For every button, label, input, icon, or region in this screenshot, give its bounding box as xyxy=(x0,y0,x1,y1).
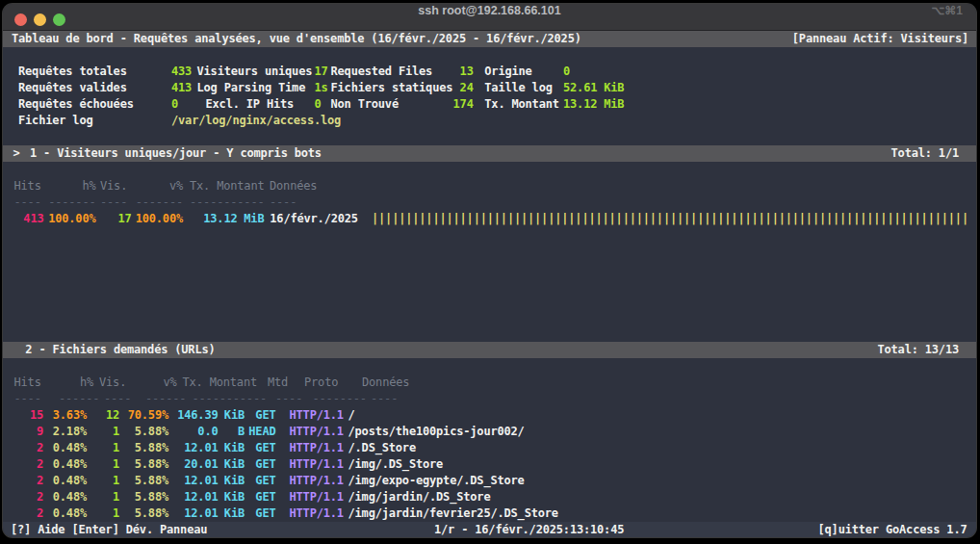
cell-tx-unit: MiB xyxy=(244,211,264,227)
cell-hits: 2 xyxy=(37,505,43,522)
col-header: Hits xyxy=(14,178,41,194)
cell-method: GET xyxy=(255,473,275,489)
stats-row-2: Requêtes valides413Log Parsing Time1sFic… xyxy=(3,80,976,96)
cell-protocol: HTTP/1.1 xyxy=(290,473,344,489)
stats-row-1: Requêtes totales433Visiteurs uniques17Re… xyxy=(3,64,976,80)
col-rule: ---- xyxy=(104,391,131,407)
stat-label: Requêtes échouées xyxy=(18,96,134,113)
cell-protocol: HTTP/1.1 xyxy=(290,456,344,473)
window-titlebar: ssh root@192.168.66.101 ⌥⌘1 xyxy=(3,4,976,31)
cell-tx-amount: 20.01 xyxy=(184,456,218,473)
stat-value: 0 xyxy=(171,96,178,113)
col-rule: ---- xyxy=(371,391,398,407)
col-rule: ------- xyxy=(136,194,183,211)
cell-protocol: HTTP/1.1 xyxy=(290,407,344,424)
cell-url: /img/jardin/.DS_Store xyxy=(348,489,491,505)
stat-value: 24 xyxy=(460,80,474,96)
stat-label: Fichier log xyxy=(18,113,93,129)
stat-value: 174 xyxy=(453,96,474,113)
cell-hits-pct: 2.18% xyxy=(53,424,87,440)
stat-label: Visiteurs uniques xyxy=(197,64,313,80)
cell-date: 16/févr./2025 xyxy=(270,211,358,227)
stat-label: Log Parsing Time xyxy=(197,80,306,96)
cell-tx-amount: 13.12 xyxy=(203,211,237,227)
stats-row-3: Requêtes échouées0Excl. IP Hits0Non Trou… xyxy=(3,96,976,113)
active-panel-label: [Panneau Actif: Visiteurs] xyxy=(792,31,968,47)
cell-url: /img/expo-egypte/.DS_Store xyxy=(348,473,525,489)
cell-tx-unit: KiB xyxy=(224,505,245,522)
panel1-col-rules: ------------------------------------- xyxy=(3,194,976,211)
col-rule: ---- xyxy=(14,194,41,211)
col-header: v% xyxy=(164,375,177,391)
terminal-window: ssh root@192.168.66.101 ⌥⌘1 Tableau de b… xyxy=(3,4,976,537)
window-title: ssh root@192.168.66.101 xyxy=(3,4,976,30)
col-rule: ---- xyxy=(270,194,297,211)
help-hint: [?] Aide [Enter] Dév. Panneau xyxy=(11,522,207,537)
stat-label: Excl. IP Hits xyxy=(206,96,295,113)
cell-hits: 413 xyxy=(23,211,43,227)
stat-value: 52.61 KiB xyxy=(563,80,624,96)
terminal-content: Tableau de bord - Requêtes analysées, vu… xyxy=(3,30,976,537)
col-rule: ------- xyxy=(48,194,95,211)
col-rule: ---- xyxy=(100,194,127,211)
overview-header: Tableau de bord - Requêtes analysées, vu… xyxy=(3,31,976,47)
stat-value: 17 xyxy=(315,64,328,80)
col-header: Données xyxy=(362,375,409,391)
cell-tx-unit: KiB xyxy=(224,489,245,505)
col-header: Vis. xyxy=(100,178,127,194)
cell-hits-pct: 0.48% xyxy=(53,489,87,505)
cell-visitors-pct: 100.00% xyxy=(136,211,183,227)
quit-hint: [q]uitter GoAccess 1.7 xyxy=(818,522,967,537)
cell-visitors-pct: 5.88% xyxy=(135,473,168,489)
cell-protocol: HTTP/1.1 xyxy=(290,424,344,440)
cell-method: GET xyxy=(255,456,275,473)
panel2-header: 2 - Fichiers demandés (URLs)Total: 13/13 xyxy=(3,342,976,358)
cell-tx-unit: KiB xyxy=(224,440,245,456)
table-row: 20.48%15.88%12.01KiBGETHTTP/1.1/img/jard… xyxy=(3,489,976,505)
cell-tx-unit: KiB xyxy=(224,456,245,473)
cell-hits-pct: 0.48% xyxy=(53,505,87,522)
cell-visitors-pct: 5.88% xyxy=(135,456,168,473)
cell-visitors: 1 xyxy=(113,489,119,505)
cell-url: /img/jardin/fevrier25/.DS_Store xyxy=(348,505,558,522)
bar-chart: ||||||||||||||||||||||||||||||||||||||||… xyxy=(372,211,968,227)
cell-tx-amount: 12.01 xyxy=(184,489,218,505)
col-header: h% xyxy=(80,375,93,391)
stat-value: 0 xyxy=(563,64,570,80)
stat-label: Requêtes valides xyxy=(18,80,127,96)
cell-visitors: 1 xyxy=(113,456,119,473)
cell-protocol: HTTP/1.1 xyxy=(290,505,344,522)
stat-value: 413 xyxy=(171,80,192,96)
cell-visitors-pct: 5.88% xyxy=(135,440,168,456)
cell-url: /.DS_Store xyxy=(348,440,416,456)
cell-url: /posts/the100pics-jour002/ xyxy=(348,424,525,440)
stat-label: Requêtes totales xyxy=(18,64,127,80)
panel1-data-row: 413100.00%17100.00%13.12MiB16/févr./2025… xyxy=(3,211,976,227)
cell-hits: 2 xyxy=(37,456,43,473)
cell-protocol: HTTP/1.1 xyxy=(290,440,344,456)
cell-tx-amount: 12.01 xyxy=(184,473,218,489)
panel2-col-rules: ----------------------------------------… xyxy=(3,391,976,407)
table-row: 20.48%15.88%20.01KiBGETHTTP/1.1/img/.DS_… xyxy=(3,456,976,473)
stat-label: Fichiers statiques xyxy=(331,80,453,96)
cell-visitors-pct: 5.88% xyxy=(135,424,168,440)
col-header: h% xyxy=(82,178,95,194)
cell-method: GET xyxy=(255,505,275,522)
position-and-datetime: 1/r - 16/févr./2025:13:10:45 xyxy=(434,522,624,537)
cell-visitors: 1 xyxy=(113,424,119,440)
cell-tx-amount: 146.39 xyxy=(177,407,218,424)
cell-protocol: HTTP/1.1 xyxy=(290,489,344,505)
panel2-total: Total: 13/13 xyxy=(877,342,959,358)
col-rule: ---- xyxy=(14,391,41,407)
cell-hits: 2 xyxy=(37,489,43,505)
table-row: 92.18%15.88%0.0BHEADHTTP/1.1/posts/the10… xyxy=(3,424,976,440)
cell-url: /img/.DS_Store xyxy=(348,456,444,473)
cell-url: / xyxy=(348,407,355,424)
cell-hits-pct: 100.00% xyxy=(48,211,95,227)
table-row: 20.48%15.88%12.01KiBGETHTTP/1.1/img/jard… xyxy=(3,505,976,522)
overview-title: Tableau de bord - Requêtes analysées, vu… xyxy=(12,31,581,47)
stats-row-4: Fichier log/var/log/nginx/access.log xyxy=(3,113,976,129)
cell-tx-amount: 12.01 xyxy=(184,505,218,522)
cell-visitors-pct: 5.88% xyxy=(135,489,168,505)
cell-method: HEAD xyxy=(248,424,275,440)
